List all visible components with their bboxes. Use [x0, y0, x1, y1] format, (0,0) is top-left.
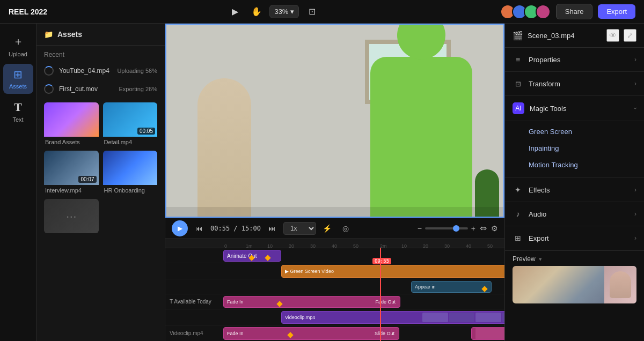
- upload-name-2: First_cut.mov: [59, 85, 113, 93]
- asset-thumb-detail[interactable]: 00:05 Detail.mp4: [103, 102, 158, 146]
- audio-title: Audio: [529, 210, 546, 218]
- preview-area: ▶ ⏮ 00:55 / 15:00 ⏭ 1x 2x 0.5x ⚡ ◎ − +: [165, 24, 504, 341]
- speed-selector[interactable]: 1x 2x 0.5x: [283, 222, 316, 235]
- track-label-vc1: [165, 309, 223, 325]
- time-badge: 09:55: [372, 258, 391, 264]
- magic-item-inpainting[interactable]: Inpainting: [529, 140, 636, 157]
- video-canvas: [165, 24, 504, 218]
- topbar-center: ▶ ✋ 33% ▾ ⊡: [226, 3, 320, 20]
- keyframe-1: [265, 255, 270, 261]
- left-sidebar: ＋ Upload ⊞ Assets T Text: [0, 24, 36, 341]
- app-title: REEL 2022: [9, 8, 47, 16]
- split-tool-button[interactable]: ⚡: [320, 221, 334, 235]
- effects-title: Effects: [529, 186, 550, 194]
- asset-thumb-brand[interactable]: Brand Assets: [44, 102, 99, 146]
- floor-shadow: [165, 207, 504, 218]
- zoom-track[interactable]: [425, 227, 468, 229]
- subtitle-tool-button[interactable]: ⊡: [303, 3, 320, 20]
- timeline-ruler: 0 1m 10 20 30 40 50 2m 10 20 30 40 50 3m: [165, 239, 504, 248]
- asset-name-detail: Detail.mp4: [103, 137, 134, 146]
- clip-animate-out[interactable]: Animate Out: [223, 250, 281, 262]
- effects-section-header[interactable]: ✦ Effects ›: [505, 178, 644, 202]
- magic-item-green-screen[interactable]: Green Screen: [529, 123, 636, 140]
- zoom-selector[interactable]: 33% ▾: [269, 5, 299, 18]
- asset-name-brand: Brand Assets: [44, 137, 81, 146]
- upload-spinner-1: [44, 66, 54, 76]
- asset-duration-detail: 00:05: [137, 128, 155, 135]
- track-videoclip-2: Videoclip.mp4 Fade In Slide Out: [165, 325, 504, 341]
- sidebar-item-upload[interactable]: ＋ Upload: [3, 30, 33, 62]
- asset-name-hr: HR Onboarding: [103, 186, 146, 195]
- preview-label: Preview: [513, 255, 536, 263]
- asset-thumb-interview[interactable]: 00:07 Interview.mp4: [44, 151, 99, 195]
- track-content-1: Animate Out: [223, 248, 504, 263]
- properties-icon: ≡: [513, 54, 523, 65]
- skip-forward-button[interactable]: ⏭: [265, 221, 279, 235]
- magic-item-motion-tracking[interactable]: Motion Tracking: [529, 157, 636, 173]
- clip-text-available[interactable]: Fade In Fade Out: [223, 296, 400, 308]
- asset-grid: Brand Assets 00:05 Detail.mp4 00:07 Inte…: [36, 98, 165, 238]
- avatar-4: [536, 4, 551, 19]
- track-videoclip-1: Videoclip.mp4: [165, 309, 504, 325]
- select-tool-button[interactable]: ▶: [226, 3, 244, 20]
- fit-button[interactable]: ⇔: [480, 223, 487, 233]
- clip-videoclip-1[interactable]: Videoclip.mp4: [281, 311, 504, 324]
- main-area: ＋ Upload ⊞ Assets T Text 📁 Assets Recent…: [0, 24, 644, 341]
- zoom-out-button[interactable]: −: [418, 224, 422, 233]
- recent-label: Recent: [36, 46, 165, 62]
- preview-expand-icon[interactable]: ▾: [539, 256, 542, 263]
- timeline-content: 0 1m 10 20 30 40 50 2m 10 20 30 40 50 3m: [165, 239, 504, 341]
- play-button[interactable]: ▶: [172, 220, 188, 236]
- right-panel-icons: 👁 ⤢: [606, 29, 636, 42]
- skip-back-button[interactable]: ⏮: [192, 221, 206, 235]
- text-icon: T: [14, 100, 22, 114]
- assets-icon: ⊞: [13, 68, 23, 81]
- magic-tools-title: Magic Tools: [530, 105, 566, 113]
- topbar: REEL 2022 ▶ ✋ 33% ▾ ⊡ Share Export: [0, 0, 644, 24]
- export-button[interactable]: Export: [598, 4, 635, 19]
- visibility-button[interactable]: 👁: [606, 29, 619, 42]
- audio-chevron-icon: ›: [634, 210, 636, 218]
- export-icon: ⊞: [513, 233, 523, 243]
- assets-title: Assets: [57, 30, 82, 39]
- track-1: Animate Out: [165, 248, 504, 263]
- asset-name-interview: Interview.mp4: [44, 186, 83, 195]
- magic-tools-section-header[interactable]: AI Magic Tools ›: [505, 96, 644, 121]
- track-label-vc2: Videoclip.mp4: [165, 325, 223, 341]
- timeline-settings-button[interactable]: ⚙: [491, 224, 498, 233]
- zoom-chevron-icon: ▾: [290, 8, 294, 16]
- topbar-left: REEL 2022: [9, 8, 47, 16]
- properties-section-header[interactable]: ≡ Properties ›: [505, 48, 644, 72]
- zoom-controls: − +: [418, 224, 475, 233]
- share-button[interactable]: Share: [556, 4, 593, 19]
- sidebar-item-text[interactable]: T Text: [3, 96, 33, 127]
- sidebar-item-assets[interactable]: ⊞ Assets: [3, 64, 33, 94]
- zoom-thumb: [453, 225, 459, 232]
- asset-thumb-hr[interactable]: HR Onboarding: [103, 151, 158, 195]
- clip-videoclip-2a[interactable]: Fade In Slide Out: [223, 327, 399, 340]
- export-title: Export: [529, 234, 549, 242]
- asset-thumb-more[interactable]: ···: [44, 199, 99, 233]
- fullscreen-button[interactable]: ⤢: [624, 29, 636, 42]
- export-chevron-icon: ›: [634, 234, 636, 242]
- clip-videoclip-2b[interactable]: [471, 327, 504, 340]
- export-section-header[interactable]: ⊞ Export ›: [505, 226, 644, 250]
- scene-background: [165, 24, 504, 218]
- upload-item-youtube: YouTube_04.mp4 Uploading 56%: [36, 62, 165, 80]
- transform-section-header[interactable]: ⊡ Transform ›: [505, 72, 644, 96]
- audio-section-header[interactable]: ♪ Audio ›: [505, 202, 644, 226]
- file-name: Scene_03.mp4: [528, 32, 574, 40]
- track-content-gs: ▶ Green Screen Video: [223, 263, 504, 279]
- track-text: T Available Today Fade In Fade Out: [165, 294, 504, 309]
- topbar-right: Share Export: [500, 4, 635, 19]
- sidebar-upload-label: Upload: [9, 51, 27, 57]
- keyframe-text: [276, 301, 282, 307]
- clip-green-screen[interactable]: ▶ Green Screen Video: [281, 265, 504, 278]
- green-person-body: [370, 57, 472, 218]
- clip-appear-in[interactable]: Appear in: [411, 281, 492, 293]
- hand-tool-button[interactable]: ✋: [248, 3, 265, 20]
- sidebar-assets-label: Assets: [9, 83, 27, 90]
- effects-chevron-icon: ›: [634, 186, 636, 194]
- zoom-in-button[interactable]: +: [471, 224, 475, 233]
- magnet-button[interactable]: ◎: [339, 221, 353, 235]
